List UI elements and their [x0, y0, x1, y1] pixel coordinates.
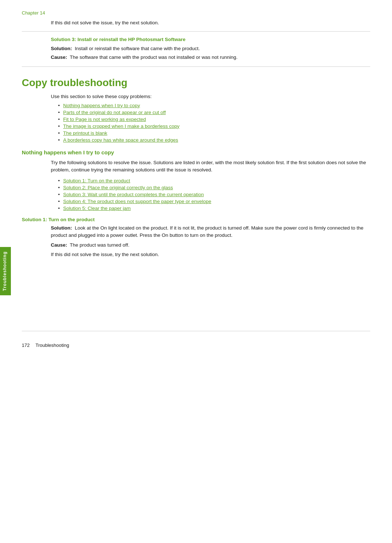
nothing-happens-heading: Nothing happens when I try to copy [22, 149, 370, 155]
list-item[interactable]: A borderless copy has white space around… [58, 137, 370, 143]
list-item[interactable]: Fit to Page is not working as expected [58, 117, 370, 122]
nothing-happens-intro: Try the following solutions to resolve t… [22, 159, 370, 174]
link-fit-to-page[interactable]: Fit to Page is not working as expected [63, 117, 146, 122]
copy-troubleshooting-section: Copy troubleshooting Use this section to… [22, 77, 370, 332]
copy-troubleshooting-links: Nothing happens when I try to copy Parts… [22, 103, 370, 143]
list-item[interactable]: Solution 1: Turn on the product [58, 178, 370, 183]
list-item[interactable]: The printout is blank [58, 130, 370, 136]
solution1-continue: If this did not solve the issue, try the… [51, 251, 370, 258]
solution1-cause-label: Cause: [51, 242, 67, 248]
top-continue-text: If this did not solve the issue, try the… [51, 20, 370, 25]
link-sol2[interactable]: Solution 2: Place the original correctly… [63, 185, 173, 190]
copy-troubleshooting-title: Copy troubleshooting [22, 77, 370, 89]
divider-top [22, 31, 370, 32]
divider-bottom [22, 331, 370, 331]
solution3-heading: Solution 3: Install or reinstall the HP … [51, 37, 370, 42]
solution1-solution-text: Look at the On light located on the prod… [51, 225, 363, 238]
link-image-cropped[interactable]: The image is cropped when I make a borde… [63, 123, 179, 129]
footer-label: Troubleshooting [36, 343, 69, 348]
solution1-solution: Solution: Look at the On light located o… [51, 224, 370, 239]
list-item[interactable]: Parts of the original do not appear or a… [58, 110, 370, 115]
link-nothing-happens[interactable]: Nothing happens when I try to copy [63, 103, 140, 108]
list-item[interactable]: Solution 3: Wait until the product compl… [58, 192, 370, 197]
chapter-label: Chapter 14 [22, 10, 370, 16]
solution3-cause: Cause: The software that came with the p… [51, 54, 370, 61]
link-sol3[interactable]: Solution 3: Wait until the product compl… [63, 192, 204, 197]
solution3-cause-label: Cause: [51, 54, 67, 60]
side-tab: Troubleshooting [0, 247, 11, 295]
link-printout-blank[interactable]: The printout is blank [63, 130, 107, 136]
list-item[interactable]: The image is cropped when I make a borde… [58, 123, 370, 129]
solution3-solution-text: Install or reinstall the software that c… [75, 46, 200, 51]
list-item[interactable]: Solution 2: Place the original correctly… [58, 185, 370, 190]
solution3-solution: Solution: Install or reinstall the softw… [51, 45, 370, 52]
divider-after-solution3 [22, 66, 370, 67]
link-sol5[interactable]: Solution 5: Clear the paper jam [63, 206, 131, 211]
footer-page-number: 172 [22, 343, 30, 348]
list-item[interactable]: Solution 4: The product does not support… [58, 199, 370, 204]
link-sol1[interactable]: Solution 1: Turn on the product [63, 178, 130, 183]
solution1-cause: Cause: The product was turned off. [51, 242, 370, 249]
solution3-solution-label: Solution: [51, 46, 72, 51]
page-footer: 172 Troubleshooting [22, 343, 370, 348]
solution3-cause-text: The software that came with the product … [70, 54, 237, 60]
link-white-space[interactable]: A borderless copy has white space around… [63, 137, 178, 143]
link-sol4[interactable]: Solution 4: The product does not support… [63, 199, 211, 204]
solution1-cause-text: The product was turned off. [70, 242, 129, 248]
list-item[interactable]: Solution 5: Clear the paper jam [58, 206, 370, 211]
solution1-heading: Solution 1: Turn on the product [22, 217, 370, 222]
list-item[interactable]: Nothing happens when I try to copy [58, 103, 370, 108]
solution1-solution-label: Solution: [51, 225, 72, 231]
link-parts-cut-off[interactable]: Parts of the original do not appear or a… [63, 110, 166, 115]
copy-troubleshooting-intro: Use this section to solve these copy pro… [22, 94, 370, 99]
nothing-happens-solution-links: Solution 1: Turn on the product Solution… [22, 178, 370, 211]
